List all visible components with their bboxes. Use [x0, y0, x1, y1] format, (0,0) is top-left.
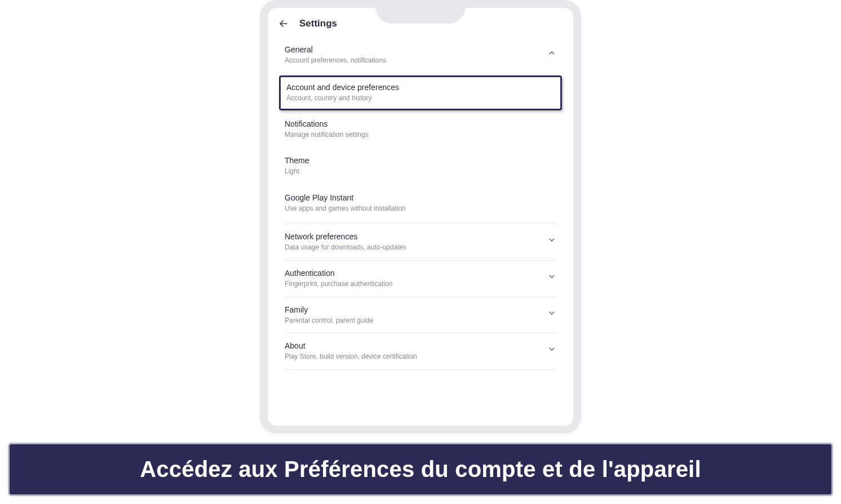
setting-family[interactable]: Family Parental control, parent guide	[279, 297, 562, 333]
chevron-down-icon	[547, 309, 556, 318]
setting-network-preferences[interactable]: Network preferences Data usage for downl…	[279, 224, 562, 260]
setting-title: Notifications	[285, 119, 556, 128]
chevron-down-icon	[547, 345, 556, 354]
setting-text: About Play Store, build version, device …	[285, 341, 547, 362]
page-title: Settings	[299, 18, 337, 29]
caption-text: Accédez aux Préférences du compte et de …	[21, 457, 820, 482]
setting-subtitle: Parental control, parent guide	[285, 316, 547, 325]
setting-subtitle: Use apps and games without installation	[285, 204, 556, 213]
setting-about[interactable]: About Play Store, build version, device …	[279, 333, 562, 369]
phone-notch	[375, 7, 466, 24]
chevron-down-icon	[547, 272, 556, 281]
setting-text: Account and device preferences Account, …	[286, 83, 555, 103]
settings-screen: Settings General Account preferences, no…	[268, 8, 573, 426]
setting-subtitle: Account, country and history	[286, 93, 555, 103]
setting-title: Authentication	[285, 269, 547, 278]
setting-text: General Account preferences, notificatio…	[285, 45, 547, 65]
setting-subtitle: Data usage for downloads, auto-updates	[285, 243, 547, 252]
setting-subtitle: Play Store, build version, device certif…	[285, 352, 547, 362]
setting-title: Family	[285, 305, 547, 314]
setting-subtitle: Light	[285, 167, 556, 176]
phone-frame: Settings General Account preferences, no…	[260, 0, 581, 434]
setting-title: Account and device preferences	[286, 83, 555, 92]
back-button[interactable]	[278, 18, 289, 29]
divider	[285, 369, 556, 370]
chevron-up-icon	[547, 48, 556, 57]
setting-account-device-preferences[interactable]: Account and device preferences Account, …	[279, 75, 562, 110]
setting-text: Authentication Fingerprint, purchase aut…	[285, 269, 547, 289]
setting-subtitle: Account preferences, notifications	[285, 56, 547, 65]
setting-title: General	[285, 45, 547, 54]
setting-text: Family Parental control, parent guide	[285, 305, 547, 325]
caption-bar: Accédez aux Préférences du compte et de …	[8, 443, 833, 496]
setting-text: Network preferences Data usage for downl…	[285, 232, 547, 252]
arrow-left-icon	[278, 19, 289, 29]
setting-title: Network preferences	[285, 232, 547, 241]
setting-subtitle: Fingerprint, purchase authentication	[285, 279, 547, 289]
setting-title: Google Play Instant	[285, 193, 556, 202]
setting-theme[interactable]: Theme Light	[279, 149, 562, 186]
chevron-down-icon	[547, 235, 556, 244]
setting-notifications[interactable]: Notifications Manage notification settin…	[279, 113, 562, 150]
setting-general[interactable]: General Account preferences, notificatio…	[279, 37, 562, 73]
setting-google-play-instant[interactable]: Google Play Instant Use apps and games w…	[279, 186, 562, 224]
setting-title: Theme	[285, 156, 556, 165]
setting-title: About	[285, 341, 547, 350]
settings-list: General Account preferences, notificatio…	[268, 37, 573, 370]
setting-subtitle: Manage notification settings	[285, 130, 556, 140]
setting-authentication[interactable]: Authentication Fingerprint, purchase aut…	[279, 261, 562, 297]
